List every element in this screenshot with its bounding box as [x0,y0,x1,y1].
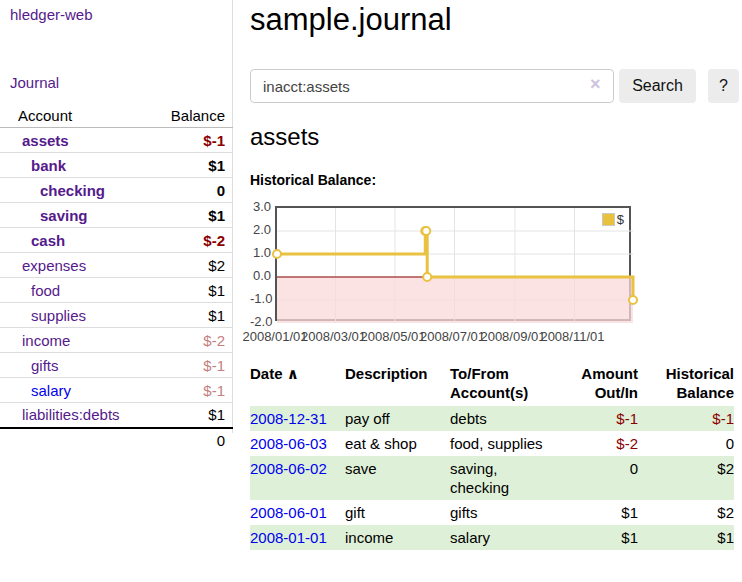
search-input[interactable] [250,69,614,103]
register-header-amount: AmountOut/In [558,360,638,406]
account-balance: $-1 [150,128,233,153]
account-row: liabilities:debts$1 [0,403,233,428]
account-balance: 0 [150,178,233,203]
brand-link[interactable]: hledger-web [10,6,93,23]
transaction-amount: $1 [558,500,638,525]
transaction-amount: $1 [558,525,638,550]
historical-balance-chart: 3.02.01.00.0-1.0-2.0 $ 2008/01/012008/03… [250,200,742,346]
account-row: cash$-2 [0,228,233,253]
transaction-balance: 0 [638,431,734,456]
clear-search-icon[interactable]: × [590,74,601,94]
page-title: sample.journal [250,0,452,40]
account-row: salary$-1 [0,378,233,403]
transaction-description: income [345,525,450,550]
accounts-header-balance: Balance [150,104,233,128]
register-row: 2008-01-01 income salary $1 $1 [250,525,734,550]
chart-canvas [277,208,633,323]
accounts-table: Account Balance assets$-1 bank$1 checkin… [0,104,233,453]
register-header-accounts: To/FromAccount(s) [450,360,558,406]
chart-y-tick-label: 0.0 [250,268,271,283]
account-row: food$1 [0,278,233,303]
account-link-gifts[interactable]: gifts [31,357,59,374]
accounts-header-row: Account Balance [0,104,233,128]
chart-title: Historical Balance: [250,172,376,188]
account-link-food[interactable]: food [31,282,60,299]
account-row: bank$1 [0,153,233,178]
transaction-date-link[interactable]: 2008-12-31 [250,410,327,427]
transaction-accounts: salary [450,525,558,550]
search-button[interactable]: Search [619,69,696,103]
legend-swatch-icon [602,213,615,226]
register-header-balance: HistoricalBalance [638,360,734,406]
account-row: supplies$1 [0,303,233,328]
transaction-date-link[interactable]: 2008-06-03 [250,435,327,452]
transaction-balance: $2 [638,456,734,500]
account-balance: $1 [150,278,233,303]
register-row: 2008-12-31 pay off debts $-1 $-1 [250,406,734,431]
account-link-cash[interactable]: cash [31,232,65,249]
chart-plot: $ [275,206,631,321]
transaction-accounts: saving, checking [450,456,558,500]
transaction-balance: $2 [638,500,734,525]
chart-y-tick-label: 2.0 [250,222,271,237]
register-header-row: Date ∧ Description To/FromAccount(s) Amo… [250,360,734,406]
transaction-accounts: food, supplies [450,431,558,456]
account-row: income$-2 [0,328,233,353]
account-balance: $1 [150,203,233,228]
chart-y-tick-label: -2.0 [250,314,271,329]
nav-journal-link[interactable]: Journal [10,74,59,91]
account-balance: $1 [150,303,233,328]
account-link-salary[interactable]: salary [31,382,71,399]
account-balance: $-1 [150,353,233,378]
account-row: assets$-1 [0,128,233,153]
account-link-supplies[interactable]: supplies [31,307,86,324]
account-row: expenses$2 [0,253,233,278]
accounts-total-row: 0 [0,428,233,453]
chart-legend: $ [600,211,626,228]
register-header-date[interactable]: Date ∧ [250,360,345,406]
account-balance: $-2 [150,228,233,253]
account-balance: $-1 [150,378,233,403]
chart-y-tick-label: 3.0 [250,199,271,214]
transaction-accounts: debts [450,406,558,431]
transaction-description: save [345,456,450,500]
account-link-assets[interactable]: assets [22,132,69,149]
account-link-liabilities-debts[interactable]: liabilities:debts [22,406,120,423]
chart-y-tick-label: 1.0 [250,245,271,260]
account-balance: $2 [150,253,233,278]
account-balance: $-2 [150,328,233,353]
account-link-saving[interactable]: saving [40,207,88,224]
account-balance: $1 [150,403,233,428]
transaction-date-link[interactable]: 2008-01-01 [250,529,327,546]
transaction-amount: $-1 [558,406,638,431]
transaction-date-link[interactable]: 2008-06-01 [250,504,327,521]
account-row: gifts$-1 [0,353,233,378]
transaction-balance: $1 [638,525,734,550]
account-row: checking0 [0,178,233,203]
transaction-description: pay off [345,406,450,431]
account-link-expenses[interactable]: expenses [22,257,86,274]
sort-asc-icon: ∧ [287,365,299,382]
sidebar: hledger-web Journal Account Balance asse… [0,0,233,433]
help-button[interactable]: ? [708,69,739,103]
transaction-description: eat & shop [345,431,450,456]
accounts-total-value: 0 [150,428,233,453]
accounts-header-account: Account [0,104,150,128]
account-heading: assets [250,122,319,152]
chart-y-tick-label: -1.0 [250,291,271,306]
register-header-description: Description [345,360,450,406]
account-balance: $1 [150,153,233,178]
register-table: Date ∧ Description To/FromAccount(s) Amo… [250,360,734,550]
account-link-income[interactable]: income [22,332,70,349]
register-row: 2008-06-03 eat & shop food, supplies $-2… [250,431,734,456]
transaction-date-link[interactable]: 2008-06-02 [250,460,327,477]
chart-x-tick-label: 2008/11/01 [536,329,608,344]
account-link-bank[interactable]: bank [31,157,66,174]
legend-label: $ [617,212,624,227]
register-row: 2008-06-01 gift gifts $1 $2 [250,500,734,525]
transaction-accounts: gifts [450,500,558,525]
transaction-description: gift [345,500,450,525]
transaction-balance: $-1 [638,406,734,431]
account-link-checking[interactable]: checking [40,182,105,199]
transaction-amount: $-2 [558,431,638,456]
